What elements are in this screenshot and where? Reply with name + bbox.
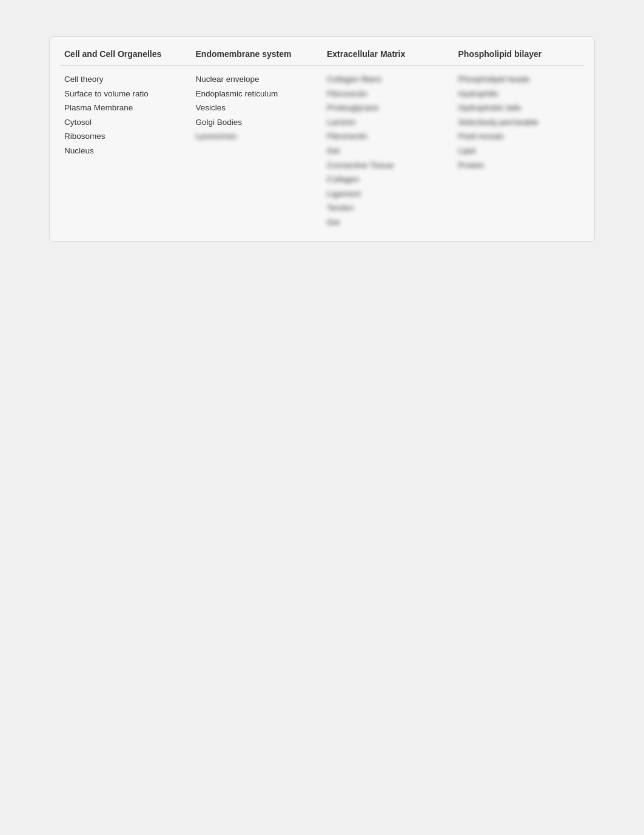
list-item: Selectively permeable (458, 116, 580, 129)
list-item: Golgi Bodies (196, 116, 318, 129)
list-item: Phospholipid heads (458, 73, 580, 86)
column-4-content: Phospholipid headsHydrophilicHydrophobic… (454, 73, 585, 229)
list-item: Fibronectin (327, 87, 449, 101)
col-header-2: Endomembrane system (191, 49, 323, 59)
list-item: Fibronectin (327, 130, 449, 143)
list-item: Laminin (327, 116, 449, 129)
list-item: Ligament (327, 187, 449, 201)
list-item: Protein (458, 159, 580, 172)
list-item: Vesicles (196, 101, 318, 115)
list-item: Hydrophilic (458, 87, 580, 101)
column-1-content: Cell theorySurface to volume ratioPlasma… (59, 73, 191, 229)
list-item: Tendon (327, 201, 449, 215)
list-item: Collagen (327, 173, 449, 186)
content-row: Cell theorySurface to volume ratioPlasma… (59, 73, 585, 229)
list-item: Gel (327, 216, 449, 229)
col-header-4: Phospholipid bilayer (454, 49, 585, 59)
list-item: Nuclear envelope (196, 73, 318, 86)
list-item: Gel (327, 144, 449, 158)
list-item: Ribosomes (64, 130, 186, 143)
list-item: Endoplasmic reticulum (196, 87, 318, 101)
list-item: Fluid mosaic (458, 130, 580, 143)
list-item: Lipid (458, 144, 580, 158)
col-header-3: Extracellular Matrix (322, 49, 454, 59)
list-item: Hydrophobic tails (458, 101, 580, 115)
list-item: Collagen fibers (327, 73, 449, 86)
main-card: Cell and Cell Organelles Endomembrane sy… (49, 36, 595, 242)
list-item: Proteoglycans (327, 101, 449, 115)
list-item: Plasma Membrane (64, 101, 186, 115)
list-item: Cytosol (64, 116, 186, 129)
col-header-1: Cell and Cell Organelles (59, 49, 191, 59)
list-item: Connective Tissue (327, 159, 449, 172)
list-item: Surface to volume ratio (64, 87, 186, 101)
column-3-content: Collagen fibersFibronectinProteoglycansL… (322, 73, 454, 229)
column-2-content: Nuclear envelopeEndoplasmic reticulumVes… (191, 73, 323, 229)
list-item: Nucleus (64, 144, 186, 158)
header-row: Cell and Cell Organelles Endomembrane sy… (59, 49, 585, 65)
list-item: Lysosomes (196, 130, 318, 143)
list-item: Cell theory (64, 73, 186, 86)
